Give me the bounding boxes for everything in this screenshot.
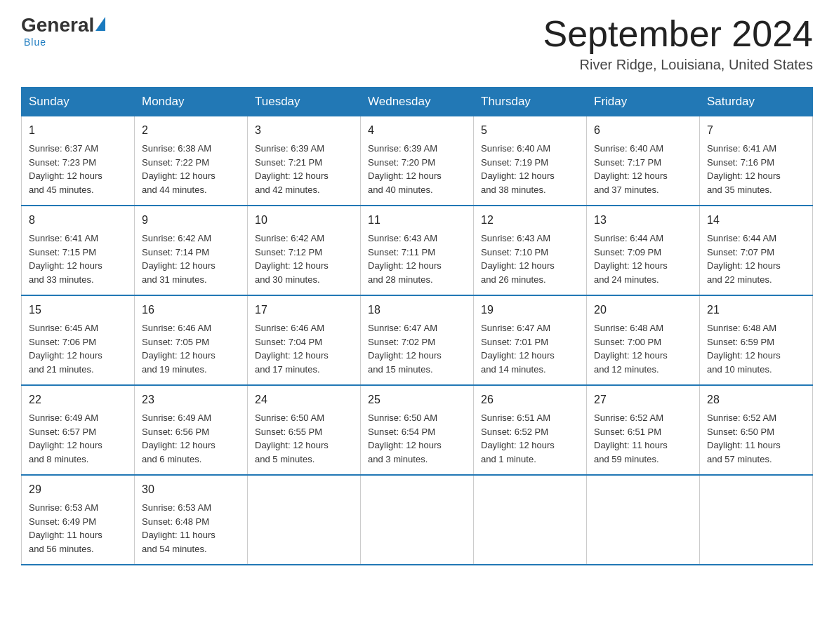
day-info: Sunrise: 6:46 AMSunset: 7:04 PMDaylight:… [255, 321, 353, 376]
calendar-cell [361, 475, 474, 565]
calendar-week-row: 1Sunrise: 6:37 AMSunset: 7:23 PMDaylight… [22, 116, 813, 206]
day-info: Sunrise: 6:39 AMSunset: 7:21 PMDaylight:… [255, 142, 353, 196]
day-info: Sunrise: 6:45 AMSunset: 7:06 PMDaylight:… [29, 321, 127, 376]
day-number: 11 [368, 212, 466, 229]
day-number: 19 [481, 302, 579, 318]
column-header-thursday: Thursday [474, 88, 587, 116]
calendar-cell: 6Sunrise: 6:40 AMSunset: 7:17 PMDaylight… [587, 116, 700, 206]
day-number: 15 [29, 302, 127, 318]
logo-triangle-icon [95, 17, 105, 31]
calendar-cell: 3Sunrise: 6:39 AMSunset: 7:21 PMDaylight… [248, 116, 361, 206]
day-number: 3 [255, 122, 353, 139]
day-number: 9 [142, 212, 240, 229]
calendar-cell [474, 475, 587, 565]
calendar-week-row: 29Sunrise: 6:53 AMSunset: 6:49 PMDayligh… [22, 475, 813, 565]
column-header-sunday: Sunday [22, 88, 135, 116]
day-info: Sunrise: 6:40 AMSunset: 7:19 PMDaylight:… [481, 142, 579, 196]
column-header-wednesday: Wednesday [361, 88, 474, 116]
logo-blue-text: Blue [24, 36, 46, 48]
day-number: 10 [255, 212, 353, 229]
day-number: 24 [255, 391, 353, 408]
day-number: 22 [29, 391, 127, 408]
calendar-cell: 27Sunrise: 6:52 AMSunset: 6:51 PMDayligh… [587, 385, 700, 475]
calendar-cell: 17Sunrise: 6:46 AMSunset: 7:04 PMDayligh… [248, 295, 361, 385]
day-number: 26 [481, 391, 579, 408]
day-info: Sunrise: 6:53 AMSunset: 6:48 PMDaylight:… [142, 501, 240, 556]
day-info: Sunrise: 6:53 AMSunset: 6:49 PMDaylight:… [29, 501, 127, 556]
logo: General Blue [21, 14, 105, 48]
day-number: 20 [594, 302, 692, 318]
day-info: Sunrise: 6:50 AMSunset: 6:54 PMDaylight:… [368, 411, 466, 466]
day-info: Sunrise: 6:41 AMSunset: 7:15 PMDaylight:… [29, 232, 127, 286]
day-number: 30 [142, 481, 240, 498]
calendar-week-row: 8Sunrise: 6:41 AMSunset: 7:15 PMDaylight… [22, 206, 813, 295]
day-info: Sunrise: 6:47 AMSunset: 7:02 PMDaylight:… [368, 321, 466, 376]
column-header-saturday: Saturday [700, 88, 813, 116]
day-info: Sunrise: 6:47 AMSunset: 7:01 PMDaylight:… [481, 321, 579, 376]
day-number: 25 [368, 391, 466, 408]
day-number: 1 [29, 122, 127, 139]
calendar-cell: 12Sunrise: 6:43 AMSunset: 7:10 PMDayligh… [474, 206, 587, 295]
calendar-cell: 23Sunrise: 6:49 AMSunset: 6:56 PMDayligh… [135, 385, 248, 475]
day-info: Sunrise: 6:48 AMSunset: 6:59 PMDaylight:… [707, 321, 805, 376]
calendar-cell: 13Sunrise: 6:44 AMSunset: 7:09 PMDayligh… [587, 206, 700, 295]
page-header: General Blue September 2024 River Ridge,… [21, 14, 813, 73]
day-number: 12 [481, 212, 579, 229]
day-info: Sunrise: 6:44 AMSunset: 7:07 PMDaylight:… [707, 232, 805, 286]
calendar-table: SundayMondayTuesdayWednesdayThursdayFrid… [21, 87, 813, 565]
calendar-cell: 11Sunrise: 6:43 AMSunset: 7:11 PMDayligh… [361, 206, 474, 295]
day-info: Sunrise: 6:50 AMSunset: 6:55 PMDaylight:… [255, 411, 353, 466]
day-info: Sunrise: 6:49 AMSunset: 6:56 PMDaylight:… [142, 411, 240, 466]
calendar-week-row: 22Sunrise: 6:49 AMSunset: 6:57 PMDayligh… [22, 385, 813, 475]
calendar-cell [248, 475, 361, 565]
day-info: Sunrise: 6:42 AMSunset: 7:14 PMDaylight:… [142, 232, 240, 286]
day-number: 17 [255, 302, 353, 318]
calendar-cell: 15Sunrise: 6:45 AMSunset: 7:06 PMDayligh… [22, 295, 135, 385]
calendar-cell: 28Sunrise: 6:52 AMSunset: 6:50 PMDayligh… [700, 385, 813, 475]
day-number: 28 [707, 391, 805, 408]
day-number: 27 [594, 391, 692, 408]
day-number: 4 [368, 122, 466, 139]
day-info: Sunrise: 6:48 AMSunset: 7:00 PMDaylight:… [594, 321, 692, 376]
day-info: Sunrise: 6:44 AMSunset: 7:09 PMDaylight:… [594, 232, 692, 286]
calendar-cell: 18Sunrise: 6:47 AMSunset: 7:02 PMDayligh… [361, 295, 474, 385]
day-info: Sunrise: 6:43 AMSunset: 7:11 PMDaylight:… [368, 232, 466, 286]
day-number: 13 [594, 212, 692, 229]
calendar-cell: 20Sunrise: 6:48 AMSunset: 7:00 PMDayligh… [587, 295, 700, 385]
calendar-cell: 29Sunrise: 6:53 AMSunset: 6:49 PMDayligh… [22, 475, 135, 565]
day-number: 23 [142, 391, 240, 408]
day-info: Sunrise: 6:42 AMSunset: 7:12 PMDaylight:… [255, 232, 353, 286]
month-title: September 2024 [543, 14, 814, 54]
day-info: Sunrise: 6:51 AMSunset: 6:52 PMDaylight:… [481, 411, 579, 466]
day-number: 14 [707, 212, 805, 229]
calendar-cell: 9Sunrise: 6:42 AMSunset: 7:14 PMDaylight… [135, 206, 248, 295]
calendar-cell: 8Sunrise: 6:41 AMSunset: 7:15 PMDaylight… [22, 206, 135, 295]
calendar-cell: 16Sunrise: 6:46 AMSunset: 7:05 PMDayligh… [135, 295, 248, 385]
day-number: 18 [368, 302, 466, 318]
calendar-cell: 30Sunrise: 6:53 AMSunset: 6:48 PMDayligh… [135, 475, 248, 565]
day-number: 16 [142, 302, 240, 318]
logo-general-text: General [21, 14, 94, 36]
day-number: 6 [594, 122, 692, 139]
calendar-week-row: 15Sunrise: 6:45 AMSunset: 7:06 PMDayligh… [22, 295, 813, 385]
calendar-cell: 1Sunrise: 6:37 AMSunset: 7:23 PMDaylight… [22, 116, 135, 206]
calendar-cell: 10Sunrise: 6:42 AMSunset: 7:12 PMDayligh… [248, 206, 361, 295]
day-number: 21 [707, 302, 805, 318]
calendar-cell: 2Sunrise: 6:38 AMSunset: 7:22 PMDaylight… [135, 116, 248, 206]
column-header-monday: Monday [135, 88, 248, 116]
calendar-cell: 25Sunrise: 6:50 AMSunset: 6:54 PMDayligh… [361, 385, 474, 475]
calendar-cell [587, 475, 700, 565]
calendar-cell: 21Sunrise: 6:48 AMSunset: 6:59 PMDayligh… [700, 295, 813, 385]
calendar-cell: 14Sunrise: 6:44 AMSunset: 7:07 PMDayligh… [700, 206, 813, 295]
calendar-cell: 5Sunrise: 6:40 AMSunset: 7:19 PMDaylight… [474, 116, 587, 206]
column-header-tuesday: Tuesday [248, 88, 361, 116]
day-number: 29 [29, 481, 127, 498]
day-number: 7 [707, 122, 805, 139]
day-info: Sunrise: 6:40 AMSunset: 7:17 PMDaylight:… [594, 142, 692, 196]
day-info: Sunrise: 6:52 AMSunset: 6:51 PMDaylight:… [594, 411, 692, 466]
calendar-cell: 26Sunrise: 6:51 AMSunset: 6:52 PMDayligh… [474, 385, 587, 475]
day-info: Sunrise: 6:43 AMSunset: 7:10 PMDaylight:… [481, 232, 579, 286]
calendar-cell: 4Sunrise: 6:39 AMSunset: 7:20 PMDaylight… [361, 116, 474, 206]
calendar-cell: 24Sunrise: 6:50 AMSunset: 6:55 PMDayligh… [248, 385, 361, 475]
calendar-cell: 7Sunrise: 6:41 AMSunset: 7:16 PMDaylight… [700, 116, 813, 206]
